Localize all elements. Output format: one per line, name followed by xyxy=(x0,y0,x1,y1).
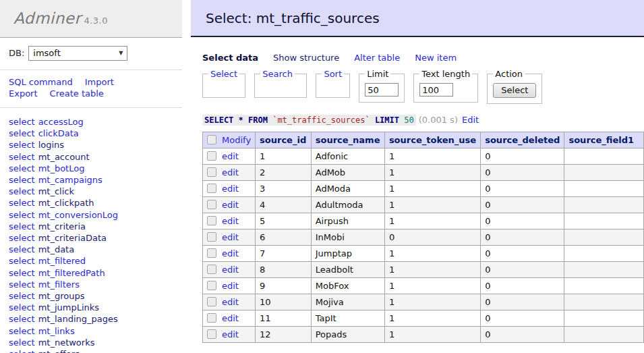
table-link-mt_botLog[interactable]: mt_botLog xyxy=(38,163,85,173)
select-table-link[interactable]: select xyxy=(9,314,35,324)
select-table-link[interactable]: select xyxy=(9,198,35,208)
row-checkbox[interactable] xyxy=(207,151,216,161)
table-link-mt_criteriaData[interactable]: mt_criteriaData xyxy=(38,233,107,243)
edit-row-link[interactable]: edit xyxy=(222,281,239,291)
text-length-input[interactable] xyxy=(419,83,453,97)
table-link-mt_groups[interactable]: mt_groups xyxy=(38,291,85,301)
table-link-clickData[interactable]: clickData xyxy=(38,128,79,138)
edit-row-link[interactable]: edit xyxy=(222,265,239,275)
table-row: edit1Adfonic10 xyxy=(203,148,644,165)
select-table-link[interactable]: select xyxy=(9,128,35,138)
db-select[interactable]: imsoft▼ xyxy=(28,46,127,61)
column-header-source_token_use[interactable]: source_token_use xyxy=(389,135,476,145)
sql-code: SELECT * FROM `mt_traffic_sources` LIMIT… xyxy=(202,115,416,126)
row-checkbox[interactable] xyxy=(207,200,216,209)
select-table-link[interactable]: select xyxy=(9,175,35,185)
edit-row-link[interactable]: edit xyxy=(222,184,239,194)
cell-source_deleted: 0 xyxy=(481,278,564,294)
limit-input[interactable] xyxy=(365,83,399,97)
table-link-logins[interactable]: logins xyxy=(38,140,64,150)
row-checkbox[interactable] xyxy=(207,297,216,306)
table-link-mt_click[interactable]: mt_click xyxy=(38,186,74,196)
select-table-link[interactable]: select xyxy=(9,337,35,348)
table-list-item: selectmt_click xyxy=(9,186,182,197)
edit-row-link[interactable]: edit xyxy=(222,297,239,307)
cell-source_name: Jumptap xyxy=(311,246,384,262)
table-link-mt_account[interactable]: mt_account xyxy=(38,152,90,162)
submit-select-button[interactable]: Select xyxy=(493,83,536,98)
row-checkbox[interactable] xyxy=(207,232,216,242)
select-table-link[interactable]: select xyxy=(9,326,35,336)
table-link-mt_criteria[interactable]: mt_criteria xyxy=(38,221,86,232)
select-table-link[interactable]: select xyxy=(9,256,35,266)
table-link-mt_jumpLinks[interactable]: mt_jumpLinks xyxy=(38,302,99,313)
row-checkbox[interactable] xyxy=(207,313,216,323)
table-link-mt_conversionLog[interactable]: mt_conversionLog xyxy=(38,210,118,220)
select-all-checkbox[interactable] xyxy=(207,135,216,144)
select-fieldset-toggle[interactable]: Select xyxy=(210,69,237,79)
row-checkbox[interactable] xyxy=(207,248,216,258)
row-checkbox[interactable] xyxy=(207,265,216,274)
select-table-link[interactable]: select xyxy=(9,279,35,290)
select-table-link[interactable]: select xyxy=(9,349,35,353)
edit-row-link[interactable]: edit xyxy=(222,151,239,161)
edit-row-link[interactable]: edit xyxy=(222,329,239,340)
row-checkbox[interactable] xyxy=(207,216,216,225)
cell-source_deleted: 0 xyxy=(481,310,564,327)
table-link-mt_links[interactable]: mt_links xyxy=(38,326,75,336)
table-list-item: selectmt_networks xyxy=(9,337,182,348)
select-table-link[interactable]: select xyxy=(9,302,35,313)
select-fieldset-body xyxy=(208,81,239,92)
tab-new-item[interactable]: New item xyxy=(415,53,457,63)
tab-select-data[interactable]: Select data xyxy=(202,53,258,63)
table-link-accessLog[interactable]: accessLog xyxy=(38,117,84,127)
row-checkbox[interactable] xyxy=(207,167,216,177)
row-checkbox[interactable] xyxy=(207,329,216,339)
row-checkbox[interactable] xyxy=(207,184,216,193)
column-header-source_field1[interactable]: source_field1 xyxy=(568,135,634,145)
edit-query-link[interactable]: Edit xyxy=(462,115,479,125)
import-link[interactable]: Import xyxy=(85,77,114,87)
select-table-link[interactable]: select xyxy=(9,210,35,220)
edit-row-link[interactable]: edit xyxy=(222,232,239,242)
edit-row-link[interactable]: edit xyxy=(222,200,239,210)
table-link-mt_campaigns[interactable]: mt_campaigns xyxy=(38,175,103,185)
select-table-link[interactable]: select xyxy=(9,233,35,243)
sql-command-link[interactable]: SQL command xyxy=(9,77,73,87)
select-table-link[interactable]: select xyxy=(9,244,35,254)
table-row: edit5Airpush10 xyxy=(203,213,644,229)
table-link-mt_data[interactable]: mt_data xyxy=(38,244,75,254)
column-header-source_name[interactable]: source_name xyxy=(316,135,380,145)
export-link[interactable]: Export xyxy=(9,88,38,99)
edit-row-link[interactable]: edit xyxy=(222,313,239,323)
search-fieldset-toggle[interactable]: Search xyxy=(262,69,293,79)
select-table-link[interactable]: select xyxy=(9,117,35,127)
select-table-link[interactable]: select xyxy=(9,186,35,196)
table-link-mt_clickpath[interactable]: mt_clickpath xyxy=(38,198,94,208)
column-header-source_id[interactable]: source_id xyxy=(260,135,306,145)
table-link-mt_filtered[interactable]: mt_filtered xyxy=(38,256,86,266)
table-link-mt_filteredPath[interactable]: mt_filteredPath xyxy=(38,268,105,278)
tab-alter-table[interactable]: Alter table xyxy=(354,53,400,63)
column-header-source_deleted[interactable]: source_deleted xyxy=(485,135,560,145)
edit-row-link[interactable]: edit xyxy=(222,216,239,226)
sort-fieldset-toggle[interactable]: Sort xyxy=(324,69,342,79)
table-link-mt_filters[interactable]: mt_filters xyxy=(38,279,80,290)
edit-row-link[interactable]: edit xyxy=(222,167,239,178)
select-table-link[interactable]: select xyxy=(9,152,35,162)
modify-header-link[interactable]: Modify xyxy=(222,135,251,145)
select-table-link[interactable]: select xyxy=(9,291,35,301)
select-table-link[interactable]: select xyxy=(9,163,35,173)
sidebar: Adminer4.3.0 DB:imsoft▼ SQL commandImpor… xyxy=(0,0,182,353)
select-table-link[interactable]: select xyxy=(9,140,35,150)
select-table-link[interactable]: select xyxy=(9,221,35,232)
table-link-mt_landing_pages[interactable]: mt_landing_pages xyxy=(38,314,118,324)
table-link-mt_offers[interactable]: mt_offers xyxy=(38,349,80,353)
select-table-link[interactable]: select xyxy=(9,268,35,278)
row-checkbox[interactable] xyxy=(207,281,216,290)
tab-show-structure[interactable]: Show structure xyxy=(273,53,339,63)
fieldset-text-length: Text length xyxy=(413,69,478,103)
edit-row-link[interactable]: edit xyxy=(222,248,239,259)
table-link-mt_networks[interactable]: mt_networks xyxy=(38,337,95,348)
create-table-link[interactable]: Create table xyxy=(50,88,104,99)
